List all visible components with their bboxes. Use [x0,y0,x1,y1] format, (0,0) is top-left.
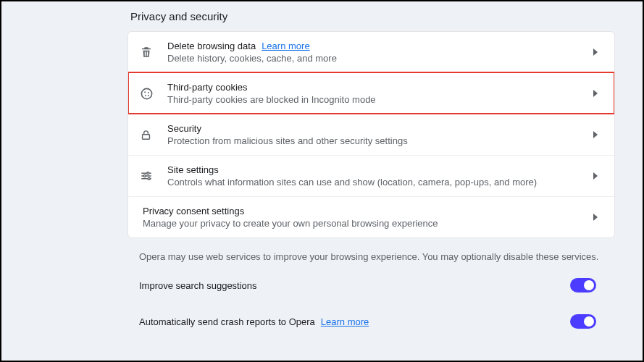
svg-point-3 [145,94,146,96]
row-title: Security [167,123,201,134]
svg-point-6 [147,172,149,174]
row-privacy-consent[interactable]: Privacy consent settings Manage your pri… [128,196,614,237]
row-subtitle: Manage your privacy to create your own p… [143,218,585,229]
row-title: Privacy consent settings [143,206,244,216]
cookie-icon [140,87,167,101]
learn-more-link[interactable]: Learn more [262,41,309,51]
toggle-switch-search[interactable] [570,278,596,292]
svg-point-7 [143,175,146,177]
row-subtitle: Third-party cookies are blocked in Incog… [167,94,585,105]
chevron-right-icon [585,90,598,97]
sliders-icon [140,169,167,182]
settings-card: Delete browsing data Learn more Delete h… [127,31,615,238]
svg-rect-5 [143,134,150,138]
services-note: Opera may use web services to improve yo… [127,238,615,266]
svg-point-0 [141,88,151,98]
toggle-label: Automatically send crash reports to Oper… [139,316,315,327]
svg-point-2 [148,91,149,93]
svg-point-8 [148,177,150,180]
row-site-settings[interactable]: Site settings Controls what information … [128,155,614,196]
row-subtitle: Controls what information sites can use … [167,177,585,188]
section-title: Privacy and security [130,10,615,22]
chevron-right-icon [585,49,598,56]
svg-point-1 [144,91,146,93]
learn-more-link[interactable]: Learn more [321,316,369,327]
lock-icon [140,129,167,141]
row-security[interactable]: Security Protection from malicious sites… [128,114,614,155]
row-third-party-cookies[interactable]: Third-party cookies Third-party cookies … [128,72,614,114]
row-title: Third-party cookies [167,82,248,93]
toggle-row-crash-reports: Automatically send crash reports to Oper… [127,304,615,340]
row-subtitle: Delete history, cookies, cache, and more [167,53,585,64]
row-delete-browsing-data[interactable]: Delete browsing data Learn more Delete h… [128,32,614,72]
trash-icon [140,46,167,59]
chevron-right-icon [585,172,598,180]
chevron-right-icon [585,131,598,138]
svg-point-4 [148,94,149,96]
chevron-right-icon [585,214,598,221]
row-title: Delete browsing data [167,41,256,51]
toggle-switch-crash[interactable] [570,314,596,329]
toggle-row-search-suggestions: Improve search suggestions [127,266,615,304]
toggle-label: Improve search suggestions [139,280,257,291]
row-title: Site settings [167,164,219,175]
row-subtitle: Protection from malicious sites and othe… [167,135,585,146]
